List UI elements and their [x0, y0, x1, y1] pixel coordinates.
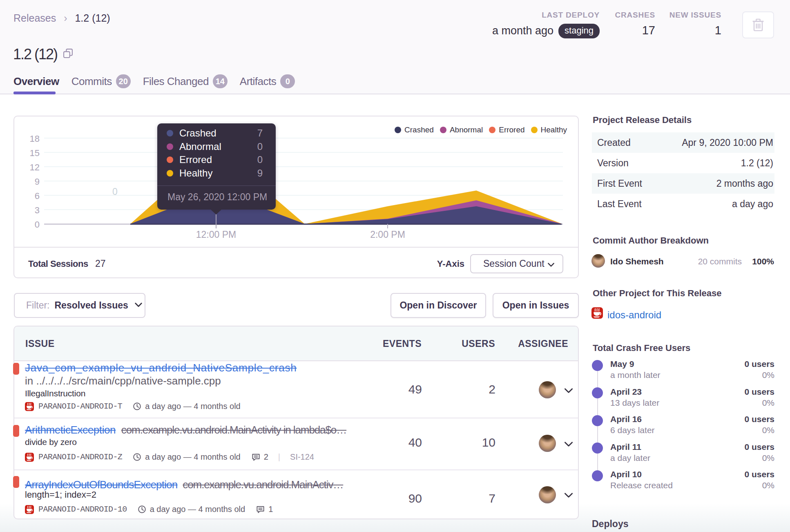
svg-text:0: 0	[35, 219, 40, 230]
svg-text:3: 3	[35, 205, 40, 215]
svg-text:6: 6	[35, 191, 40, 201]
svg-text:12:00 PM: 12:00 PM	[196, 229, 236, 240]
svg-text:15: 15	[30, 148, 40, 158]
svg-text:18: 18	[30, 134, 40, 144]
svg-text:0: 0	[112, 186, 118, 197]
svg-text:2:00 PM: 2:00 PM	[370, 229, 405, 240]
svg-text:9: 9	[35, 177, 40, 187]
svg-text:12: 12	[30, 162, 40, 172]
